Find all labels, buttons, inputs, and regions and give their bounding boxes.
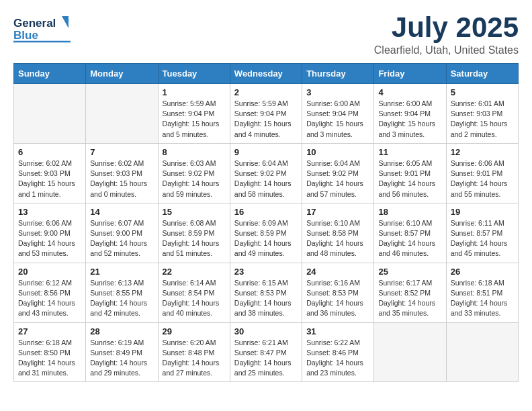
calendar-cell: 25Sunrise: 6:17 AMSunset: 8:52 PMDayligh… — [374, 263, 446, 322]
day-number: 7 — [90, 147, 153, 157]
calendar-cell: 29Sunrise: 6:20 AMSunset: 8:48 PMDayligh… — [158, 322, 230, 382]
calendar-cell — [446, 322, 518, 382]
day-info: Sunrise: 6:22 AMSunset: 8:46 PMDaylight:… — [306, 338, 369, 379]
day-number: 12 — [451, 147, 514, 157]
day-info: Sunrise: 6:01 AMSunset: 9:03 PMDaylight:… — [451, 99, 514, 140]
day-number: 28 — [90, 326, 153, 336]
calendar-cell: 18Sunrise: 6:10 AMSunset: 8:57 PMDayligh… — [374, 203, 446, 263]
day-number: 13 — [18, 207, 81, 217]
day-number: 31 — [306, 326, 369, 336]
calendar-cell: 21Sunrise: 6:13 AMSunset: 8:55 PMDayligh… — [86, 263, 158, 322]
svg-marker-1 — [62, 16, 69, 28]
page-header: General Blue July 2025 Clearfield, Utah,… — [13, 13, 519, 56]
calendar-table: SundayMondayTuesdayWednesdayThursdayFrid… — [13, 63, 519, 382]
svg-text:Blue: Blue — [13, 29, 38, 42]
calendar-cell: 20Sunrise: 6:12 AMSunset: 8:56 PMDayligh… — [14, 263, 86, 322]
day-info: Sunrise: 6:21 AMSunset: 8:47 PMDaylight:… — [234, 338, 298, 379]
day-number: 14 — [90, 207, 153, 217]
calendar-week-4: 20Sunrise: 6:12 AMSunset: 8:56 PMDayligh… — [14, 263, 519, 322]
day-info: Sunrise: 6:06 AMSunset: 9:00 PMDaylight:… — [18, 218, 81, 259]
day-info: Sunrise: 6:06 AMSunset: 9:01 PMDaylight:… — [451, 158, 514, 199]
title-area: July 2025 Clearfield, Utah, United State… — [374, 13, 519, 56]
day-info: Sunrise: 6:03 AMSunset: 9:02 PMDaylight:… — [163, 158, 226, 199]
calendar-cell: 6Sunrise: 6:02 AMSunset: 9:03 PMDaylight… — [14, 143, 86, 203]
day-number: 23 — [234, 267, 298, 277]
day-info: Sunrise: 6:18 AMSunset: 8:51 PMDaylight:… — [451, 278, 514, 319]
calendar-cell: 22Sunrise: 6:14 AMSunset: 8:54 PMDayligh… — [158, 263, 230, 322]
day-number: 2 — [234, 87, 298, 97]
calendar-week-1: 1Sunrise: 5:59 AMSunset: 9:04 PMDaylight… — [14, 84, 519, 144]
day-number: 8 — [163, 147, 226, 157]
day-info: Sunrise: 6:16 AMSunset: 8:53 PMDaylight:… — [306, 278, 369, 319]
day-number: 22 — [163, 267, 226, 277]
day-info: Sunrise: 6:08 AMSunset: 8:59 PMDaylight:… — [163, 218, 226, 259]
logo: General Blue — [13, 13, 77, 44]
calendar-cell: 27Sunrise: 6:18 AMSunset: 8:50 PMDayligh… — [14, 322, 86, 382]
day-number: 25 — [378, 267, 441, 277]
calendar-cell: 28Sunrise: 6:19 AMSunset: 8:49 PMDayligh… — [86, 322, 158, 382]
day-info: Sunrise: 6:00 AMSunset: 9:04 PMDaylight:… — [306, 99, 369, 140]
weekday-header-tuesday: Tuesday — [158, 64, 230, 84]
calendar-cell: 7Sunrise: 6:02 AMSunset: 9:03 PMDaylight… — [86, 143, 158, 203]
svg-text:General: General — [13, 17, 56, 30]
calendar-cell — [86, 84, 158, 144]
weekday-header-saturday: Saturday — [446, 64, 518, 84]
day-number: 3 — [306, 87, 369, 97]
day-number: 19 — [451, 207, 514, 217]
calendar-cell — [374, 322, 446, 382]
day-number: 6 — [18, 147, 81, 157]
calendar-cell: 26Sunrise: 6:18 AMSunset: 8:51 PMDayligh… — [446, 263, 518, 322]
day-number: 24 — [306, 267, 369, 277]
day-number: 16 — [234, 207, 298, 217]
weekday-header-wednesday: Wednesday — [230, 64, 302, 84]
calendar-week-5: 27Sunrise: 6:18 AMSunset: 8:50 PMDayligh… — [14, 322, 519, 382]
day-number: 20 — [18, 267, 81, 277]
day-info: Sunrise: 5:59 AMSunset: 9:04 PMDaylight:… — [234, 99, 298, 140]
calendar-week-3: 13Sunrise: 6:06 AMSunset: 9:00 PMDayligh… — [14, 203, 519, 263]
weekday-header-row: SundayMondayTuesdayWednesdayThursdayFrid… — [14, 64, 519, 84]
weekday-header-monday: Monday — [86, 64, 158, 84]
calendar-cell: 30Sunrise: 6:21 AMSunset: 8:47 PMDayligh… — [230, 322, 302, 382]
day-info: Sunrise: 6:02 AMSunset: 9:03 PMDaylight:… — [90, 158, 153, 199]
day-number: 11 — [378, 147, 441, 157]
weekday-header-thursday: Thursday — [302, 64, 374, 84]
day-info: Sunrise: 6:11 AMSunset: 8:57 PMDaylight:… — [451, 218, 514, 259]
month-title: July 2025 — [374, 13, 519, 42]
day-number: 5 — [451, 87, 514, 97]
calendar-cell: 19Sunrise: 6:11 AMSunset: 8:57 PMDayligh… — [446, 203, 518, 263]
day-info: Sunrise: 6:09 AMSunset: 8:59 PMDaylight:… — [234, 218, 298, 259]
calendar-cell: 5Sunrise: 6:01 AMSunset: 9:03 PMDaylight… — [446, 84, 518, 144]
calendar-cell: 3Sunrise: 6:00 AMSunset: 9:04 PMDaylight… — [302, 84, 374, 144]
day-number: 15 — [163, 207, 226, 217]
calendar-cell: 11Sunrise: 6:05 AMSunset: 9:01 PMDayligh… — [374, 143, 446, 203]
calendar-cell: 24Sunrise: 6:16 AMSunset: 8:53 PMDayligh… — [302, 263, 374, 322]
weekday-header-sunday: Sunday — [14, 64, 86, 84]
day-info: Sunrise: 6:15 AMSunset: 8:53 PMDaylight:… — [234, 278, 298, 319]
day-info: Sunrise: 6:02 AMSunset: 9:03 PMDaylight:… — [18, 158, 81, 199]
calendar-cell: 16Sunrise: 6:09 AMSunset: 8:59 PMDayligh… — [230, 203, 302, 263]
calendar-cell — [14, 84, 86, 144]
day-number: 10 — [306, 147, 369, 157]
calendar-cell: 31Sunrise: 6:22 AMSunset: 8:46 PMDayligh… — [302, 322, 374, 382]
calendar-cell: 9Sunrise: 6:04 AMSunset: 9:02 PMDaylight… — [230, 143, 302, 203]
day-number: 4 — [378, 87, 441, 97]
day-info: Sunrise: 6:04 AMSunset: 9:02 PMDaylight:… — [234, 158, 298, 199]
day-number: 9 — [234, 147, 298, 157]
calendar-cell: 23Sunrise: 6:15 AMSunset: 8:53 PMDayligh… — [230, 263, 302, 322]
day-number: 17 — [306, 207, 369, 217]
day-number: 1 — [163, 87, 226, 97]
day-number: 27 — [18, 326, 81, 336]
weekday-header-friday: Friday — [374, 64, 446, 84]
calendar-cell: 2Sunrise: 5:59 AMSunset: 9:04 PMDaylight… — [230, 84, 302, 144]
calendar-cell: 14Sunrise: 6:07 AMSunset: 9:00 PMDayligh… — [86, 203, 158, 263]
day-info: Sunrise: 6:17 AMSunset: 8:52 PMDaylight:… — [378, 278, 441, 319]
day-info: Sunrise: 6:10 AMSunset: 8:57 PMDaylight:… — [378, 218, 441, 259]
day-info: Sunrise: 6:00 AMSunset: 9:04 PMDaylight:… — [378, 99, 441, 140]
day-number: 26 — [451, 267, 514, 277]
day-info: Sunrise: 5:59 AMSunset: 9:04 PMDaylight:… — [163, 99, 226, 140]
calendar-cell: 12Sunrise: 6:06 AMSunset: 9:01 PMDayligh… — [446, 143, 518, 203]
calendar-cell: 8Sunrise: 6:03 AMSunset: 9:02 PMDaylight… — [158, 143, 230, 203]
calendar-week-2: 6Sunrise: 6:02 AMSunset: 9:03 PMDaylight… — [14, 143, 519, 203]
calendar-cell: 1Sunrise: 5:59 AMSunset: 9:04 PMDaylight… — [158, 84, 230, 144]
location: Clearfield, Utah, United States — [374, 44, 519, 56]
